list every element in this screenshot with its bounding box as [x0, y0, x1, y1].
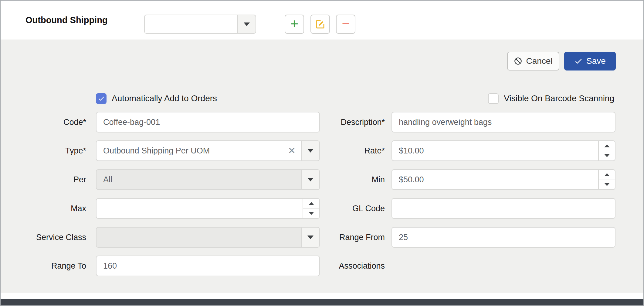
- code-input[interactable]: [96, 112, 320, 132]
- max-spinner[interactable]: [96, 198, 320, 219]
- form-panel: Cancel Save Automatically Add to Orders …: [1, 40, 643, 293]
- rate-decrement-button[interactable]: [599, 151, 615, 161]
- min-spinner[interactable]: [391, 169, 615, 190]
- barcode-checkbox-label: Visible On Barcode Scanning: [504, 94, 614, 103]
- outbound-shipping-window: Outbound Shipping + −: [0, 0, 644, 306]
- record-select-combo[interactable]: [144, 15, 256, 34]
- service-class-input[interactable]: [96, 227, 301, 248]
- range-to-field: [96, 256, 320, 276]
- chevron-down-icon: [244, 22, 250, 26]
- type-input[interactable]: [96, 140, 301, 161]
- type-field: ✕: [96, 140, 320, 161]
- clear-icon[interactable]: ✕: [288, 146, 296, 155]
- cancel-icon: [514, 57, 522, 65]
- auto-add-checkbox-group[interactable]: Automatically Add to Orders: [96, 92, 217, 105]
- gl-code-field: [391, 198, 615, 219]
- add-button[interactable]: +: [285, 15, 304, 34]
- check-icon: [574, 57, 583, 65]
- service-class-combo[interactable]: [96, 227, 320, 248]
- bottom-bar: [1, 299, 643, 305]
- min-spin-buttons: [598, 169, 615, 190]
- arrow-down-icon: [604, 154, 610, 157]
- edit-pencil-icon: [315, 19, 326, 30]
- arrow-up-icon: [604, 173, 610, 176]
- record-select-input[interactable]: [144, 15, 237, 34]
- per-input[interactable]: [96, 169, 301, 190]
- range-from-label: Range From: [304, 227, 385, 248]
- code-label: Code*: [13, 112, 86, 132]
- barcode-checkbox-group[interactable]: Visible On Barcode Scanning: [488, 92, 614, 105]
- min-increment-button[interactable]: [599, 170, 615, 180]
- rate-increment-button[interactable]: [599, 141, 615, 151]
- arrow-up-icon: [604, 144, 610, 147]
- min-input[interactable]: [391, 169, 598, 190]
- type-combo[interactable]: ✕: [96, 140, 320, 161]
- cancel-button-label: Cancel: [526, 56, 552, 66]
- per-combo-field: [96, 169, 301, 190]
- rate-spin-buttons: [598, 140, 615, 161]
- rate-spinner[interactable]: [391, 140, 615, 161]
- range-from-field: [391, 227, 615, 248]
- remove-button[interactable]: −: [336, 15, 355, 34]
- cancel-button[interactable]: Cancel: [507, 52, 559, 70]
- max-input[interactable]: [96, 198, 303, 219]
- barcode-checkbox[interactable]: [488, 93, 499, 104]
- type-label: Type*: [13, 140, 86, 161]
- auto-add-checkbox[interactable]: [96, 93, 107, 104]
- header: Outbound Shipping + −: [1, 1, 643, 40]
- plus-icon: +: [290, 17, 299, 31]
- service-class-field: [96, 227, 320, 248]
- auto-add-checkbox-label: Automatically Add to Orders: [112, 94, 217, 103]
- rate-field: [391, 140, 615, 161]
- description-label: Description*: [304, 112, 385, 132]
- range-from-input[interactable]: [391, 227, 615, 248]
- service-class-combo-field: [96, 227, 301, 248]
- range-to-input[interactable]: [96, 256, 320, 276]
- rate-label: Rate*: [304, 140, 385, 161]
- record-select-dropdown-button[interactable]: [237, 15, 256, 34]
- gl-code-label: GL Code: [304, 198, 385, 219]
- description-field: [391, 112, 615, 132]
- type-combo-field[interactable]: ✕: [96, 140, 301, 161]
- page-title: Outbound Shipping: [25, 1, 108, 40]
- max-label: Max: [13, 198, 86, 219]
- min-field: [391, 169, 615, 190]
- arrow-down-icon: [604, 183, 610, 186]
- per-label: Per: [13, 169, 86, 190]
- rate-input[interactable]: [391, 140, 598, 161]
- per-combo[interactable]: [96, 169, 320, 190]
- minus-icon: −: [342, 17, 350, 30]
- description-input[interactable]: [391, 112, 615, 132]
- max-field: [96, 198, 320, 219]
- save-button[interactable]: Save: [564, 52, 616, 70]
- associations-label: Associations: [304, 256, 385, 276]
- min-label: Min: [304, 169, 385, 190]
- save-button-label: Save: [586, 56, 606, 66]
- record-select-field[interactable]: [144, 15, 237, 34]
- edit-button[interactable]: [310, 15, 330, 34]
- service-class-label: Service Class: [13, 227, 86, 248]
- min-decrement-button[interactable]: [599, 180, 615, 190]
- gl-code-input[interactable]: [391, 198, 615, 219]
- per-field: [96, 169, 320, 190]
- range-to-label: Range To: [13, 256, 86, 276]
- code-field: [96, 112, 320, 132]
